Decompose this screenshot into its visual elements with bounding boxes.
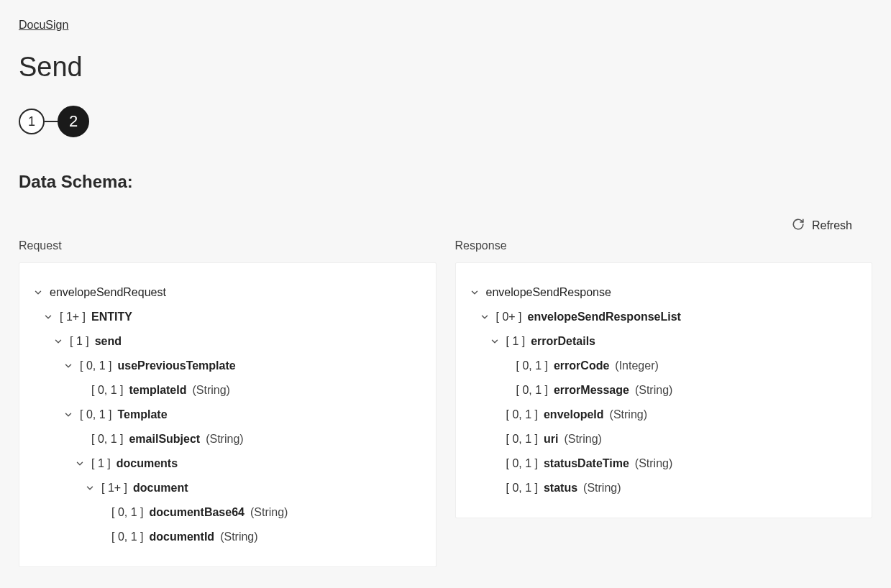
- section-title: Data Schema:: [19, 172, 872, 192]
- tree-node: [ 0, 1 ] templateId (String): [31, 378, 419, 403]
- node-type: (String): [635, 382, 672, 399]
- node-name: document: [133, 479, 188, 497]
- node-name: envelopeId: [544, 406, 604, 423]
- node-type: (String): [610, 406, 647, 423]
- tree-node: [ 0, 1 ] envelopeId (String): [467, 403, 855, 427]
- chevron-down-icon[interactable]: [73, 456, 87, 471]
- node-type: (String): [635, 455, 672, 472]
- node-type: (String): [564, 431, 601, 448]
- cardinality-label: [ 0, 1 ]: [506, 406, 538, 423]
- cardinality-label: [ 0, 1 ]: [506, 455, 538, 472]
- tree-node: [ 0, 1 ] emailSubject (String): [31, 427, 419, 451]
- cardinality-label: [ 0, 1 ]: [111, 528, 143, 546]
- cardinality-label: [ 0, 1 ]: [506, 431, 538, 448]
- node-name: Template: [117, 406, 167, 423]
- cardinality-label: [ 1+ ]: [101, 479, 127, 497]
- refresh-label: Refresh: [812, 219, 852, 232]
- node-type: (String): [206, 431, 243, 448]
- tree-node: [ 1+ ] ENTITY: [31, 305, 419, 329]
- tree-node: [ 1 ] documents: [31, 451, 419, 476]
- chevron-down-icon[interactable]: [31, 285, 45, 300]
- step-2[interactable]: 2: [58, 106, 89, 137]
- tree-node: envelopeSendRequest: [31, 280, 419, 305]
- cardinality-label: [ 0, 1 ]: [80, 357, 111, 375]
- chevron-down-icon[interactable]: [61, 359, 76, 373]
- cardinality-label: [ 0, 1 ]: [506, 479, 538, 497]
- node-name: send: [95, 333, 122, 350]
- node-name: ENTITY: [91, 308, 132, 326]
- chevron-down-icon[interactable]: [41, 310, 55, 324]
- page-title: Send: [19, 52, 872, 83]
- node-name: usePreviousTemplate: [117, 357, 235, 375]
- tree-node: [ 1 ] errorDetails: [467, 329, 855, 354]
- cardinality-label: [ 0+ ]: [496, 308, 522, 326]
- node-name: envelopeSendResponse: [486, 284, 611, 301]
- node-type: (String): [250, 504, 288, 521]
- tree-node: [ 0, 1 ] documentId (String): [31, 525, 419, 549]
- node-name: documentBase64: [149, 504, 245, 521]
- tree-node: [ 0, 1 ] usePreviousTemplate: [31, 354, 419, 378]
- node-name: documentId: [149, 528, 214, 546]
- node-name: uri: [544, 431, 558, 448]
- tree-node: [ 0, 1 ] documentBase64 (String): [31, 500, 419, 525]
- response-schema-panel: envelopeSendResponse[ 0+ ] envelopeSendR…: [455, 262, 873, 518]
- tree-node: [ 0, 1 ] statusDateTime (String): [467, 451, 855, 476]
- node-name: documents: [116, 455, 178, 472]
- node-name: errorMessage: [554, 382, 629, 399]
- stepper: 1 2: [19, 106, 872, 137]
- node-type: (String): [192, 382, 229, 399]
- breadcrumb-link[interactable]: DocuSign: [19, 19, 68, 32]
- refresh-button[interactable]: Refresh: [792, 218, 852, 234]
- tree-node: [ 0, 1 ] errorCode (Integer): [467, 354, 855, 378]
- cardinality-label: [ 0, 1 ]: [516, 357, 548, 375]
- tree-node: [ 0, 1 ] Template: [31, 403, 419, 427]
- node-type: (Integer): [615, 357, 658, 375]
- cardinality-label: [ 1+ ]: [60, 308, 86, 326]
- cardinality-label: [ 0, 1 ]: [91, 382, 123, 399]
- tree-node: envelopeSendResponse: [467, 280, 855, 305]
- node-name: statusDateTime: [544, 455, 629, 472]
- chevron-down-icon[interactable]: [478, 310, 492, 324]
- step-connector: [45, 121, 58, 122]
- chevron-down-icon[interactable]: [51, 334, 65, 349]
- tree-node: [ 0, 1 ] uri (String): [467, 427, 855, 451]
- chevron-down-icon[interactable]: [467, 285, 482, 300]
- node-name: templateId: [129, 382, 186, 399]
- tree-node: [ 1+ ] document: [31, 476, 419, 500]
- cardinality-label: [ 0, 1 ]: [91, 431, 123, 448]
- node-name: status: [544, 479, 577, 497]
- node-name: envelopeSendResponseList: [528, 308, 681, 326]
- cardinality-label: [ 0, 1 ]: [111, 504, 143, 521]
- request-schema-panel: envelopeSendRequest[ 1+ ] ENTITY[ 1 ] se…: [19, 262, 437, 567]
- node-type: (String): [220, 528, 257, 546]
- step-1[interactable]: 1: [19, 109, 45, 134]
- cardinality-label: [ 1 ]: [506, 333, 526, 350]
- chevron-down-icon[interactable]: [61, 408, 76, 422]
- node-name: errorCode: [554, 357, 609, 375]
- cardinality-label: [ 1 ]: [70, 333, 89, 350]
- node-name: envelopeSendRequest: [50, 284, 166, 301]
- tree-node: [ 0+ ] envelopeSendResponseList: [467, 305, 855, 329]
- response-header: Response: [455, 239, 873, 252]
- tree-node: [ 1 ] send: [31, 329, 419, 354]
- chevron-down-icon[interactable]: [488, 334, 502, 349]
- tree-node: [ 0, 1 ] status (String): [467, 476, 855, 500]
- node-type: (String): [583, 479, 621, 497]
- cardinality-label: [ 0, 1 ]: [516, 382, 548, 399]
- tree-node: [ 0, 1 ] errorMessage (String): [467, 378, 855, 403]
- request-header: Request: [19, 239, 437, 252]
- node-name: emailSubject: [129, 431, 200, 448]
- chevron-down-icon[interactable]: [83, 481, 97, 495]
- cardinality-label: [ 0, 1 ]: [80, 406, 111, 423]
- refresh-icon: [792, 218, 805, 234]
- cardinality-label: [ 1 ]: [91, 455, 111, 472]
- node-name: errorDetails: [531, 333, 595, 350]
